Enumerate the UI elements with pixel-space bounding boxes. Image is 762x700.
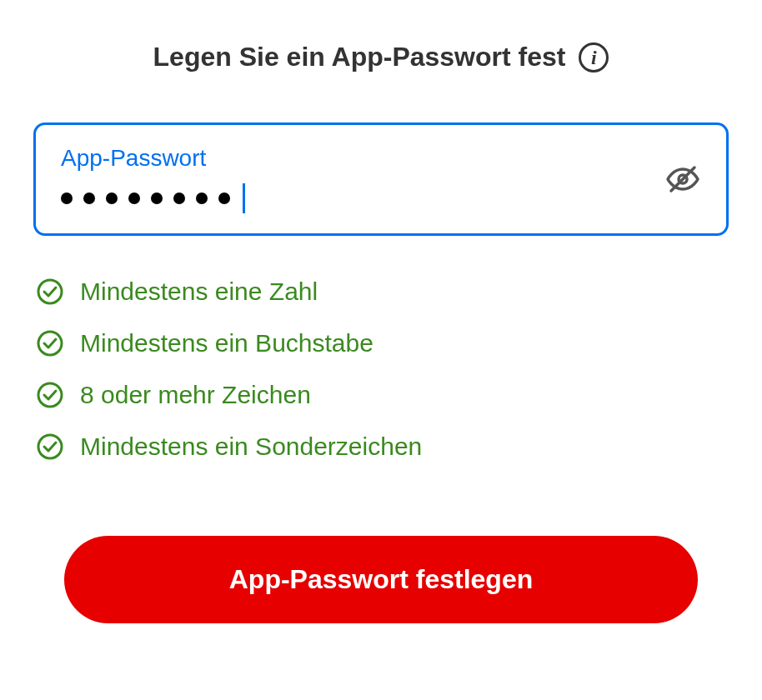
- check-icon: [37, 278, 63, 305]
- check-icon: [37, 330, 63, 357]
- password-dot: [173, 192, 185, 204]
- header: Legen Sie ein App-Passwort fest i: [33, 42, 729, 72]
- text-cursor: [243, 183, 245, 213]
- info-icon[interactable]: i: [579, 42, 609, 72]
- page-title: Legen Sie ein App-Passwort fest: [153, 42, 566, 72]
- requirement-text: Mindestens ein Buchstabe: [80, 329, 373, 358]
- check-icon: [37, 382, 63, 408]
- password-dot: [106, 192, 118, 204]
- password-dot: [61, 192, 73, 204]
- requirement-item: 8 oder mehr Zeichen: [37, 381, 729, 409]
- password-dot: [151, 192, 163, 204]
- svg-point-5: [38, 435, 62, 458]
- password-dot: [128, 192, 140, 204]
- password-input[interactable]: [61, 183, 648, 213]
- requirement-text: Mindestens eine Zahl: [80, 278, 318, 306]
- requirement-item: Mindestens eine Zahl: [37, 278, 729, 306]
- submit-button[interactable]: App-Passwort festlegen: [64, 536, 698, 623]
- password-input-container[interactable]: App-Passwort: [33, 122, 729, 236]
- requirement-text: 8 oder mehr Zeichen: [80, 381, 311, 409]
- requirement-item: Mindestens ein Buchstabe: [37, 329, 729, 358]
- password-dot: [196, 192, 208, 204]
- password-dot: [83, 192, 95, 204]
- password-input-label: App-Passwort: [61, 145, 648, 172]
- svg-point-3: [38, 332, 62, 355]
- requirement-item: Mindestens ein Sonderzeichen: [37, 432, 729, 461]
- svg-point-4: [38, 383, 62, 407]
- toggle-visibility-icon[interactable]: [664, 161, 701, 198]
- svg-point-2: [38, 280, 62, 303]
- password-dot: [218, 192, 230, 204]
- check-icon: [37, 433, 63, 460]
- requirement-text: Mindestens ein Sonderzeichen: [80, 432, 422, 461]
- password-requirements: Mindestens eine Zahl Mindestens ein Buch…: [33, 278, 729, 461]
